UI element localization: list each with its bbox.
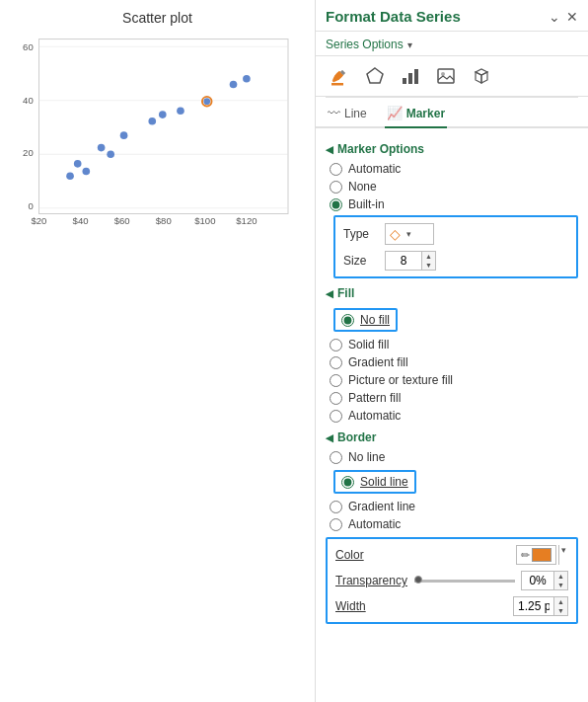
svg-text:$40: $40: [72, 215, 88, 226]
svg-text:$20: $20: [31, 215, 46, 226]
transparency-input[interactable]: [522, 572, 553, 589]
size-down[interactable]: ▼: [422, 261, 435, 270]
panel-header: Format Data Series ⌄ ✕: [316, 0, 588, 32]
color-row: Color ✏ ▾: [335, 545, 568, 565]
svg-point-17: [177, 107, 184, 115]
panel-content: ◀ Marker Options Automatic None Built-in…: [316, 128, 588, 702]
solid-line-box: Solid line: [333, 470, 416, 494]
svg-text:60: 60: [23, 41, 34, 52]
color-dropdown[interactable]: ▾: [558, 545, 568, 565]
transparency-spinners: ▲ ▼: [553, 572, 567, 589]
fill-section-arrow: ◀: [326, 288, 333, 299]
radio-gradient-line[interactable]: Gradient line: [330, 500, 578, 513]
close-icon[interactable]: ✕: [566, 9, 578, 25]
width-row: Width ▲ ▼: [335, 596, 568, 616]
width-spinners: ▲ ▼: [553, 597, 567, 615]
size-row: Size ▲ ▼: [343, 251, 568, 271]
width-down[interactable]: ▼: [554, 606, 567, 615]
radio-builtin[interactable]: Built-in: [330, 197, 578, 211]
radio-solid-line[interactable]: [341, 476, 354, 489]
border-title: Border: [337, 430, 376, 444]
transparency-value: ▲ ▼: [521, 571, 568, 590]
radio-builtin-label: Built-in: [348, 197, 385, 211]
svg-text:$80: $80: [155, 215, 171, 226]
tab-marker-label: Marker: [406, 107, 445, 120]
size-input-container: ▲ ▼: [385, 251, 436, 271]
radio-picture-fill[interactable]: Picture or texture fill: [330, 373, 578, 387]
svg-rect-31: [408, 73, 412, 84]
transparency-down[interactable]: ▼: [554, 581, 567, 589]
effects-icon[interactable]: [361, 62, 389, 90]
picture-fill-label: Picture or texture fill: [348, 373, 453, 387]
builtin-box: Type ◇ ▾ Size ▲ ▼: [333, 215, 578, 278]
series-options-row: Series Options ▾: [316, 32, 588, 56]
transparency-slider[interactable]: [414, 580, 515, 583]
automatic-fill-label: Automatic: [348, 409, 401, 423]
tab-line[interactable]: 〰 Line: [326, 102, 369, 128]
type-icon: ◇: [390, 226, 401, 242]
svg-point-19: [203, 98, 210, 105]
marker-options-title: Marker Options: [337, 142, 424, 156]
radio-none[interactable]: None: [330, 180, 578, 194]
radio-no-line[interactable]: No line: [330, 450, 578, 464]
transparency-up[interactable]: ▲: [554, 572, 567, 581]
svg-rect-4: [38, 39, 288, 214]
transparency-control: ▲ ▼: [414, 571, 568, 590]
width-label: Width: [335, 599, 414, 613]
svg-point-20: [229, 81, 237, 89]
color-label: Color: [335, 548, 414, 562]
image-icon[interactable]: [432, 62, 460, 90]
marker-tab-icon: 📈: [387, 106, 403, 120]
width-up[interactable]: ▲: [554, 597, 567, 606]
radio-solid-fill[interactable]: Solid fill: [330, 338, 578, 351]
svg-text:40: 40: [23, 95, 34, 106]
series-options-icon[interactable]: [397, 62, 424, 90]
fill-title: Fill: [337, 286, 354, 300]
size-up[interactable]: ▲: [422, 252, 435, 261]
chart-title: Scatter plot: [10, 10, 305, 26]
chart-container: 60 40 20 0: [12, 30, 304, 247]
svg-point-13: [107, 150, 114, 158]
marker-section-arrow: ◀: [326, 144, 333, 155]
size-label: Size: [343, 254, 379, 268]
color-button[interactable]: ✏: [516, 545, 556, 565]
tab-marker[interactable]: 📈 Marker: [385, 102, 447, 128]
type-dropdown-arrow: ▾: [406, 229, 411, 239]
color-section: Color ✏ ▾ Transparency: [326, 537, 578, 624]
svg-marker-29: [367, 68, 383, 83]
svg-text:$100: $100: [194, 215, 215, 226]
radio-automatic-border[interactable]: Automatic: [330, 517, 578, 531]
svg-point-11: [82, 168, 90, 176]
width-value: ▲ ▼: [513, 596, 568, 616]
tab-line-label: Line: [344, 107, 367, 120]
svg-point-15: [148, 117, 156, 125]
radio-pattern-fill[interactable]: Pattern fill: [330, 391, 578, 405]
pin-icon[interactable]: ⌄: [549, 9, 560, 25]
svg-text:0: 0: [28, 200, 33, 211]
svg-point-14: [119, 131, 127, 139]
type-select[interactable]: ◇ ▾: [385, 223, 434, 245]
size-input[interactable]: [386, 252, 421, 270]
radio-gradient-fill[interactable]: Gradient fill: [330, 355, 578, 369]
fill-icon[interactable]: [326, 62, 353, 90]
svg-point-16: [158, 111, 166, 118]
svg-text:$120: $120: [236, 215, 257, 226]
no-fill-label: No fill: [360, 313, 390, 327]
type-label: Type: [343, 227, 379, 241]
width-input[interactable]: [514, 597, 553, 615]
3d-icon[interactable]: [468, 62, 495, 90]
chart-area: Scatter plot 60 40 20 0: [0, 0, 316, 702]
no-line-label: No line: [348, 450, 385, 464]
svg-rect-33: [438, 69, 454, 83]
pattern-fill-label: Pattern fill: [348, 391, 401, 405]
tab-row: 〰 Line 📈 Marker: [316, 98, 588, 128]
marker-options-section: ◀ Marker Options: [326, 142, 578, 156]
svg-text:$60: $60: [113, 215, 129, 226]
radio-no-fill[interactable]: [341, 314, 354, 327]
line-tab-icon: 〰: [328, 106, 340, 120]
gradient-fill-label: Gradient fill: [348, 355, 408, 369]
no-fill-box: No fill: [333, 308, 398, 332]
radio-automatic-fill[interactable]: Automatic: [330, 409, 578, 423]
series-options-dropdown[interactable]: ▾: [407, 39, 412, 50]
radio-automatic[interactable]: Automatic: [330, 162, 578, 176]
